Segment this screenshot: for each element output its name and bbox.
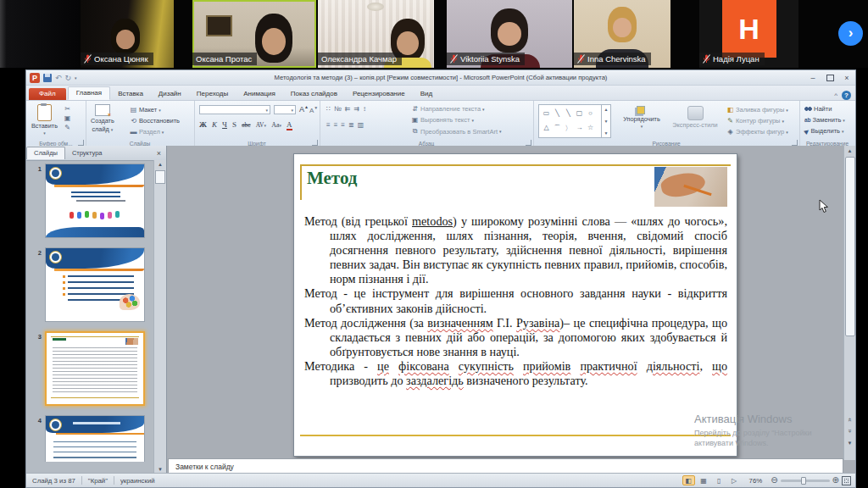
fit-to-window-icon[interactable] [842,476,851,485]
thumbnail-row[interactable]: 4 [28,415,154,462]
video-tile-dark[interactable] [0,0,79,68]
strikethrough-button[interactable]: abc [242,121,250,129]
save-icon[interactable] [43,74,52,82]
increase-indent-icon[interactable]: ⇉ [353,105,363,113]
reading-view-button[interactable]: ▯ [713,475,726,485]
thumbnail-row[interactable]: 1 [28,164,154,238]
tab-slideshow[interactable]: Показ слайдов [283,88,345,100]
redo-icon[interactable]: ↻ [65,74,72,82]
grow-font-button[interactable]: А▲ [299,104,309,114]
writing-hand-image[interactable] [654,167,727,207]
section-button[interactable]: ▬Раздел▾ [130,128,180,136]
previous-slide-icon[interactable]: « [846,418,854,421]
zoom-out-icon[interactable]: ⊖ [771,476,777,485]
paste-button[interactable]: Вставить ▾ [31,104,58,136]
find-button[interactable]: Найти [804,105,845,113]
text-direction-button[interactable]: ⇵Направление текста▾ [411,105,502,113]
justify-icon[interactable]: ≣ [348,121,358,129]
shape-fill-button[interactable]: ◧Заливка фигуры▾ [726,106,788,114]
gallery-scroll[interactable]: ▲▼▼ [601,105,610,137]
shape-effects-button[interactable]: ◈Эффекты фигур▾ [726,128,788,136]
tab-home[interactable]: Главная [68,86,110,100]
slide-paragraph[interactable]: Методика - це фіксована сукупність прийо… [304,359,727,388]
language-indicator[interactable]: украинский [114,477,161,485]
video-tile[interactable]: Inna Chervinska [574,0,670,68]
restore-button[interactable] [821,72,838,83]
select-button[interactable]: ▶Выделить▾ [804,127,845,135]
collapse-ribbon-icon[interactable]: ^ [834,92,837,99]
tab-file[interactable]: Файл [29,88,66,100]
minimize-button[interactable]: – [804,72,821,83]
panel-close-icon[interactable]: × [152,149,166,158]
slideshow-view-button[interactable]: ▷ [728,475,741,485]
slide-sorter-view-button[interactable]: ▦ [698,475,710,485]
slide-title[interactable]: Метод [307,168,357,189]
dialog-launcher-icon[interactable] [312,140,318,146]
bullets-icon[interactable]: ∷ [326,105,334,113]
next-slide-icon[interactable]: « [846,429,854,432]
slide-1-thumbnail[interactable] [45,164,145,238]
scroll-thumb[interactable] [845,157,855,336]
tab-animations[interactable]: Анимация [236,88,283,100]
font-name-select[interactable]: ▾ [199,105,270,114]
shape-outline-button[interactable]: ✎Контур фигуры▾ [726,117,788,125]
new-slide-button[interactable]: Создать слайд ▾ [91,104,114,133]
dialog-launcher-icon[interactable] [78,140,84,146]
close-button[interactable]: × [838,72,855,83]
tab-insert[interactable]: Вставка [110,88,151,100]
video-tile-speaking[interactable]: Оксана Протас [192,0,316,68]
font-size-select[interactable]: ▾ [274,105,296,114]
normal-view-button[interactable]: ◧ [682,475,695,485]
tab-review[interactable]: Рецензирование [345,88,413,100]
copy-icon[interactable]: ▣ [64,114,71,122]
slide-2-thumbnail[interactable] [45,247,145,322]
underline-button[interactable]: Ч [222,120,227,129]
dialog-launcher-icon[interactable] [526,140,531,146]
slide-3-thumbnail[interactable] [45,331,145,406]
smartart-button[interactable]: ⧉Преобразовать в SmartArt▾ [411,127,502,136]
undo-icon[interactable]: ↶ [55,74,62,82]
thumbnail-row-selected[interactable]: 3 [28,331,154,406]
video-tile[interactable]: H Надія Луцан [699,0,798,68]
zoom-slider[interactable] [781,480,830,482]
panel-scrollbar[interactable]: ▲ ▼ [153,160,166,474]
theme-name[interactable]: "Край" [82,477,114,485]
slide-paragraph[interactable]: Метод (від грецької metodos) у широкому … [304,214,727,286]
align-text-button[interactable]: ▣Выровнять текст▾ [411,116,502,124]
panel-tab-slides[interactable]: Слайды [26,147,65,159]
video-tile[interactable]: Оксана Цюняк [81,0,174,68]
help-icon[interactable]: ? [842,91,851,100]
shadow-button[interactable]: S [232,120,236,129]
video-tile[interactable]: Viktoriia Stynska [447,0,572,68]
gallery-next-button[interactable]: › [838,21,863,46]
qat-customize-icon[interactable]: ▾ [75,75,77,80]
scroll-thumb[interactable] [155,170,165,184]
align-right-icon[interactable]: ≡ [341,121,348,129]
thumbnail-row[interactable]: 2 [28,247,154,322]
change-case-button[interactable]: Aa▾ [271,121,281,129]
tab-design[interactable]: Дизайн [151,88,189,100]
zoom-in-icon[interactable]: ⊕ [832,476,839,485]
cut-icon[interactable]: ✂ [64,105,71,113]
shapes-gallery[interactable]: ▭╲╲▢○ △⌒〉→☆ ▲▼▼ [538,104,611,138]
video-tile[interactable]: Олександра Качмар [318,0,434,68]
tab-transitions[interactable]: Переходы [189,88,236,100]
slide-canvas[interactable]: Метод Метод (від грецької metodos) у шир… [293,153,737,457]
columns-icon[interactable]: ▥ [358,121,368,129]
align-left-icon[interactable]: ≡ [326,121,334,129]
powerpoint-logo-icon[interactable]: P [30,73,40,83]
panel-tab-outline[interactable]: Структура [65,147,109,159]
layout-button[interactable]: ▤Макет▾ [130,106,180,114]
slide-paragraph[interactable]: Метод - це інструмент для вирішення осно… [304,286,727,315]
decrease-indent-icon[interactable]: ⇇ [345,105,354,113]
slide-paragraph[interactable]: Метод дослідження (за визначенням Г.І. Р… [304,316,727,359]
char-spacing-button[interactable]: AV▾ [256,121,266,129]
zoom-percent[interactable]: 76% [743,477,769,485]
reset-button[interactable]: ⟲Восстановить [130,117,180,125]
format-painter-icon[interactable]: ✎ [64,124,71,131]
bold-button[interactable]: Ж [199,120,207,129]
slide-4-thumbnail[interactable] [45,415,145,462]
numbering-icon[interactable]: № [334,105,345,113]
font-color-button[interactable]: А [287,120,292,130]
zoom-slider-thumb[interactable] [801,477,806,485]
